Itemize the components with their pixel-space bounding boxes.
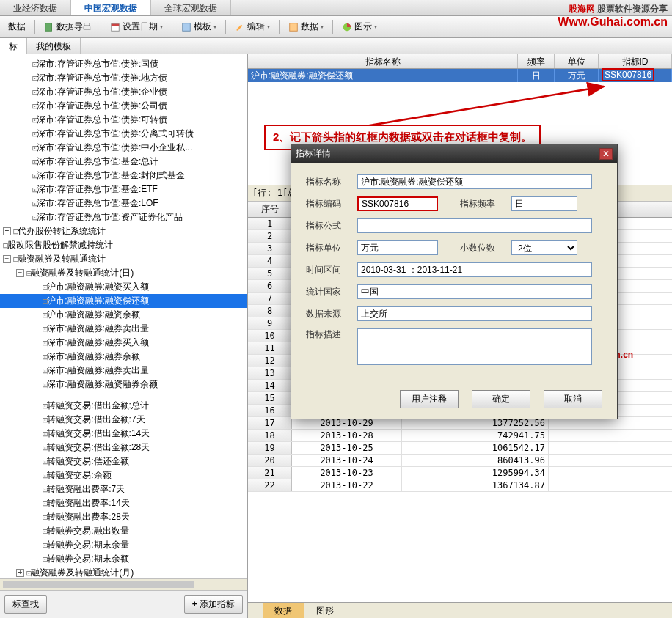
tree-leaf[interactable]: ⊡ 转融券交易:期末余额 bbox=[0, 552, 247, 566]
svg-rect-0 bbox=[45, 23, 52, 31]
left-bottom-bar: 标查找 + 添加指标 bbox=[0, 590, 247, 618]
bottom-tab-chart[interactable]: 图形 bbox=[304, 603, 346, 618]
col-freq[interactable]: 频率 bbox=[518, 54, 555, 68]
tree-leaf[interactable]: ⊡ 深市:存管证券总市值:债券:公司债 bbox=[0, 99, 247, 113]
field-name[interactable] bbox=[357, 174, 592, 189]
field-decimal[interactable]: 2位 bbox=[511, 240, 577, 255]
tree-leaf[interactable]: ⊡ 转融资融出费率:14天 bbox=[0, 496, 247, 510]
collapse-icon[interactable]: − bbox=[3, 255, 11, 263]
close-icon[interactable]: ✕ bbox=[599, 148, 613, 160]
tree-leaf[interactable]: ⊡ 转融资交易:借出金额:7天 bbox=[0, 413, 247, 427]
tree-leaf[interactable]: ⊡ 深市:存管证券总市值:债券:国债 bbox=[0, 57, 247, 71]
table-row[interactable]: 192013-10-251061542.17 bbox=[248, 442, 672, 455]
tab-global-macro[interactable]: 全球宏观数据 bbox=[151, 0, 231, 15]
lbl-formula: 指标公式 bbox=[306, 220, 357, 232]
tree-leaf[interactable]: ⊡ 沪市:融资融券:融资余额 bbox=[0, 308, 247, 322]
tree-group[interactable]: +⊡ 融资融券及转融通统计(月) bbox=[0, 566, 247, 578]
tree-leaf[interactable]: ⊡ 转融资交易:借出金额:28天 bbox=[0, 441, 247, 455]
tree-leaf[interactable]: ⊡ 深市:存管证券总市值:债券:地方债 bbox=[0, 71, 247, 85]
tb-data2[interactable]: 数据▾ bbox=[283, 18, 329, 36]
tb-export[interactable]: 数据导出 bbox=[39, 18, 97, 36]
tree-leaf[interactable]: ⊡ 转融资融出费率:28天 bbox=[0, 510, 247, 524]
svg-rect-2 bbox=[112, 23, 120, 26]
tree-leaf[interactable]: ⊡ 转融资交易:余额 bbox=[0, 468, 247, 482]
col-name[interactable]: 指标名称 bbox=[248, 54, 518, 68]
tb-chart[interactable]: 图示▾ bbox=[337, 18, 382, 36]
field-freq[interactable] bbox=[511, 196, 577, 211]
table-row[interactable]: 212013-10-231295994.34 bbox=[248, 467, 672, 479]
bottom-tab-data[interactable]: 数据 bbox=[263, 603, 304, 618]
col-unit[interactable]: 单位 bbox=[555, 54, 599, 68]
tab-econ[interactable]: 业经济数据 bbox=[0, 0, 71, 15]
tree-leaf[interactable]: ⊡ 深市:存管证券总市值:基金:总计 bbox=[0, 155, 247, 169]
edit-icon bbox=[235, 22, 245, 32]
expand-icon[interactable]: + bbox=[16, 569, 24, 577]
tree-leaf[interactable]: ⊡ 深市:存管证券总市值:基金:ETF bbox=[0, 183, 247, 196]
template-icon bbox=[181, 22, 191, 32]
tree-subgroup[interactable]: −⊟ 融资融券及转融通统计(日) bbox=[0, 266, 247, 280]
toolbar: 数据 数据导出 设置日期▾ 模板▾ 编辑▾ 数据▾ 图示▾ bbox=[0, 16, 672, 38]
tb-data[interactable]: 数据 bbox=[3, 18, 31, 36]
tree-leaf[interactable]: ⊡ 转融资融出费率:7天 bbox=[0, 482, 247, 496]
lbl-source: 数据来源 bbox=[306, 308, 357, 320]
indicator-detail-dialog: 指标详情 ✕ 指标名称 指标编码 指标频率 指标公式 指标单位 小数位数 2位 … bbox=[291, 144, 618, 419]
field-code[interactable] bbox=[357, 196, 438, 211]
indicator-grid-row[interactable]: 沪市:融资融券:融资偿还额 日 万元 SSK007816 bbox=[248, 69, 672, 82]
svg-rect-4 bbox=[290, 23, 298, 31]
tree-leaf[interactable]: ⊡ 深市:融资融券:融券买入额 bbox=[0, 336, 247, 350]
table-row[interactable]: 182013-10-28742941.75 bbox=[248, 430, 672, 442]
table-row[interactable]: 202013-10-24860413.96 bbox=[248, 455, 672, 467]
lbl-freq: 指标频率 bbox=[460, 198, 511, 210]
tree-leaf[interactable]: ⊡ 深市:融资融券:融券卖出量 bbox=[0, 364, 247, 378]
tree-leaf[interactable]: ⊡ 转融券交易:期末余量 bbox=[0, 538, 247, 552]
tab-china-macro[interactable]: 中国宏观数据 bbox=[71, 0, 151, 15]
tree-leaf[interactable]: ⊡ 转融资交易:借出金额:14天 bbox=[0, 427, 247, 441]
tree-leaf[interactable]: ⊡ 深市:存管证券总市值:债券:中小企业私... bbox=[0, 141, 247, 155]
tree[interactable]: ⊡ 深市:存管证券总市值:债券:国债⊡ 深市:存管证券总市值:债券:地方债⊡ 深… bbox=[0, 54, 247, 578]
dialog-title: 指标详情 bbox=[296, 147, 331, 160]
expand-icon[interactable]: + bbox=[3, 227, 11, 235]
table-row[interactable]: 222013-10-221367134.87 bbox=[248, 479, 672, 492]
tree-leaf[interactable]: ⊡ 深市:融资融券:融券余额 bbox=[0, 350, 247, 364]
tree-leaf[interactable]: ⊡ 深市:融资融券:融券卖出量 bbox=[0, 322, 247, 336]
tree-leaf[interactable]: ⊡ 沪市:融资融券:融资买入额 bbox=[0, 280, 247, 294]
ok-button[interactable]: 确定 bbox=[472, 390, 530, 408]
field-formula[interactable] bbox=[357, 218, 592, 233]
svg-rect-3 bbox=[183, 23, 191, 31]
export-icon bbox=[44, 22, 54, 32]
tree-leaf[interactable]: ⊡ 沪市:融资融券:融资偿还额 bbox=[0, 294, 247, 308]
dialog-titlebar[interactable]: 指标详情 ✕ bbox=[291, 144, 617, 163]
subtab-my-template[interactable]: 我的模板 bbox=[27, 38, 81, 54]
tb-setdate[interactable]: 设置日期▾ bbox=[105, 18, 168, 36]
tree-leaf[interactable]: ⊡ 深市:存管证券总市值:债券:企业债 bbox=[0, 85, 247, 99]
tree-leaf[interactable]: ⊡ 深市:存管证券总市值:债券:分离式可转债 bbox=[0, 127, 247, 141]
subtab-indicator[interactable]: 标 bbox=[0, 38, 27, 54]
tree-leaf[interactable]: ⊡ 转融券交易:融出数量 bbox=[0, 524, 247, 538]
col-seq[interactable]: 序号 bbox=[248, 202, 292, 217]
tree-leaf[interactable]: ⊡ 深市:存管证券总市值:基金:封闭式基金 bbox=[0, 169, 247, 183]
lbl-unit: 指标单位 bbox=[306, 242, 357, 254]
add-indicator-button[interactable]: + 添加指标 bbox=[184, 595, 243, 614]
tree-leaf[interactable]: ⊡ 深市:存管证券总市值:债券:可转债 bbox=[0, 113, 247, 127]
cancel-button[interactable]: 取消 bbox=[544, 390, 602, 408]
tb-edit[interactable]: 编辑▾ bbox=[230, 18, 275, 36]
tree-group[interactable]: ⊟ 股改限售股份解禁减持统计 bbox=[0, 238, 247, 252]
tb-template[interactable]: 模板▾ bbox=[176, 18, 222, 36]
tree-leaf[interactable]: ⊡ 深市:融资融券:融资融券余额 bbox=[0, 378, 247, 391]
collapse-icon[interactable]: − bbox=[16, 269, 24, 277]
user-note-button[interactable]: 用户注释 bbox=[400, 390, 459, 408]
field-country[interactable] bbox=[357, 284, 592, 299]
tree-leaf[interactable]: ⊡ 转融资交易:偿还金额 bbox=[0, 455, 247, 468]
tree-leaf[interactable]: ⊡ 深市:存管证券总市值:资产证券化产品 bbox=[0, 210, 247, 224]
tree-leaf[interactable]: ⊡ 转融资交易:借出金额:总计 bbox=[0, 399, 247, 413]
search-indicator-button[interactable]: 标查找 bbox=[4, 595, 47, 614]
tree-leaf[interactable]: ⊡ 深市:存管证券总市值:基金:LOF bbox=[0, 196, 247, 210]
col-id[interactable]: 指标ID bbox=[599, 54, 672, 68]
tree-group[interactable]: −⊟ 融资融券及转融通统计 bbox=[0, 252, 247, 266]
tree-group[interactable]: +⊟ 代办股份转让系统统计 bbox=[0, 224, 247, 238]
field-source[interactable] bbox=[357, 306, 592, 321]
field-range[interactable] bbox=[357, 262, 592, 277]
field-unit[interactable] bbox=[357, 240, 438, 255]
field-desc[interactable] bbox=[357, 328, 592, 365]
left-pane: ⊡ 深市:存管证券总市值:债券:国债⊡ 深市:存管证券总市值:债券:地方债⊡ 深… bbox=[0, 54, 248, 618]
